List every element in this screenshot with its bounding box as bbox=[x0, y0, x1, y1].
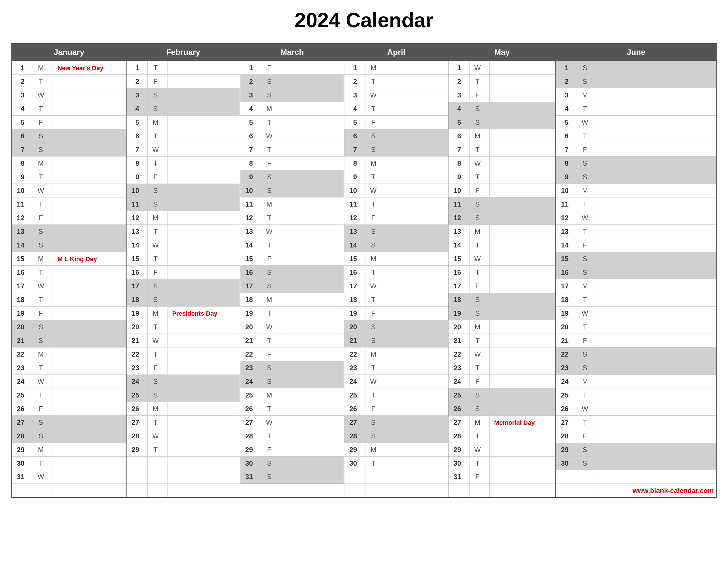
day-number: 14 bbox=[344, 239, 365, 252]
day-number: 8 bbox=[12, 157, 33, 170]
holiday-cell bbox=[489, 320, 556, 334]
footer-empty bbox=[240, 484, 261, 497]
holiday-cell bbox=[53, 293, 127, 306]
day-letter: T bbox=[365, 293, 385, 306]
holiday-cell bbox=[597, 266, 716, 279]
page-title: 2024 Calendar bbox=[11, 9, 717, 32]
day-letter: F bbox=[261, 252, 281, 266]
day-letter: S bbox=[147, 184, 167, 198]
day-number: 20 bbox=[126, 320, 147, 334]
day-letter: T bbox=[469, 334, 489, 347]
footer-empty bbox=[489, 484, 556, 497]
holiday-cell bbox=[53, 470, 127, 484]
day-number: 8 bbox=[126, 157, 147, 170]
holiday-cell bbox=[53, 429, 127, 443]
holiday-cell: M L King Day bbox=[53, 252, 127, 266]
footer-empty bbox=[365, 484, 385, 497]
holiday-cell bbox=[597, 75, 716, 88]
day-letter: T bbox=[261, 429, 281, 443]
day-number: 27 bbox=[126, 416, 147, 429]
day-number: 27 bbox=[344, 416, 365, 429]
day-letter: M bbox=[577, 279, 597, 293]
day-number: 17 bbox=[448, 279, 469, 293]
day-letter: S bbox=[577, 157, 597, 170]
day-letter: S bbox=[577, 443, 597, 457]
day-number: 21 bbox=[556, 334, 577, 347]
holiday-cell bbox=[167, 225, 240, 239]
day-letter: W bbox=[577, 306, 597, 320]
holiday-cell bbox=[597, 143, 716, 157]
day-number: 17 bbox=[240, 279, 261, 293]
holiday-cell bbox=[489, 252, 556, 266]
holiday-cell bbox=[597, 347, 716, 361]
day-letter: F bbox=[365, 211, 385, 225]
day-number: 18 bbox=[12, 293, 33, 306]
day-number: 8 bbox=[556, 157, 577, 170]
day-number: 23 bbox=[240, 361, 261, 375]
day-number: 12 bbox=[448, 211, 469, 225]
holiday-cell bbox=[597, 361, 716, 375]
day-letter: W bbox=[365, 279, 385, 293]
day-letter: T bbox=[469, 239, 489, 252]
day-number: 5 bbox=[344, 116, 365, 129]
holiday-cell bbox=[167, 75, 240, 88]
holiday-cell: Memorial Day bbox=[489, 416, 556, 429]
holiday-cell bbox=[385, 129, 448, 143]
day-number bbox=[556, 470, 577, 484]
day-letter: S bbox=[261, 279, 281, 293]
holiday-cell bbox=[281, 116, 344, 129]
day-number: 26 bbox=[448, 402, 469, 416]
day-number: 30 bbox=[556, 457, 577, 470]
day-letter: M bbox=[33, 61, 53, 75]
day-number: 16 bbox=[556, 266, 577, 279]
holiday-cell bbox=[597, 225, 716, 239]
day-number: 6 bbox=[126, 129, 147, 143]
holiday-cell bbox=[53, 266, 127, 279]
day-number: 13 bbox=[344, 225, 365, 239]
day-number: 20 bbox=[240, 320, 261, 334]
day-letter bbox=[365, 470, 385, 484]
day-number: 2 bbox=[556, 75, 577, 88]
day-number: 23 bbox=[448, 361, 469, 375]
day-number: 16 bbox=[240, 266, 261, 279]
holiday-cell bbox=[281, 88, 344, 102]
holiday-cell bbox=[489, 375, 556, 388]
holiday-cell bbox=[385, 293, 448, 306]
day-letter: S bbox=[147, 375, 167, 388]
day-number: 21 bbox=[12, 334, 33, 347]
day-number: 24 bbox=[12, 375, 33, 388]
holiday-cell bbox=[385, 116, 448, 129]
day-letter: F bbox=[147, 75, 167, 88]
day-number: 19 bbox=[448, 306, 469, 320]
holiday-cell bbox=[53, 239, 127, 252]
day-number: 3 bbox=[344, 88, 365, 102]
day-letter: S bbox=[33, 143, 53, 157]
day-letter: W bbox=[469, 347, 489, 361]
day-number: 1 bbox=[126, 61, 147, 75]
day-number: 17 bbox=[126, 279, 147, 293]
holiday-cell bbox=[281, 61, 344, 75]
holiday-cell bbox=[167, 402, 240, 416]
day-number: 29 bbox=[126, 443, 147, 457]
day-number: 4 bbox=[126, 102, 147, 116]
holiday-cell bbox=[597, 88, 716, 102]
holiday-cell bbox=[597, 443, 716, 457]
holiday-cell bbox=[385, 429, 448, 443]
day-letter: F bbox=[33, 306, 53, 320]
day-letter: T bbox=[261, 239, 281, 252]
day-letter: T bbox=[469, 457, 489, 470]
holiday-cell bbox=[167, 102, 240, 116]
day-number: 14 bbox=[448, 239, 469, 252]
day-number: 1 bbox=[556, 61, 577, 75]
footer-empty bbox=[448, 484, 469, 497]
day-number: 18 bbox=[448, 293, 469, 306]
day-letter: S bbox=[577, 61, 597, 75]
holiday-cell bbox=[53, 279, 127, 293]
day-number: 15 bbox=[448, 252, 469, 266]
holiday-cell bbox=[53, 320, 127, 334]
holiday-cell bbox=[489, 279, 556, 293]
holiday-cell bbox=[385, 279, 448, 293]
day-number: 13 bbox=[556, 225, 577, 239]
day-letter: W bbox=[577, 211, 597, 225]
day-letter: M bbox=[33, 347, 53, 361]
